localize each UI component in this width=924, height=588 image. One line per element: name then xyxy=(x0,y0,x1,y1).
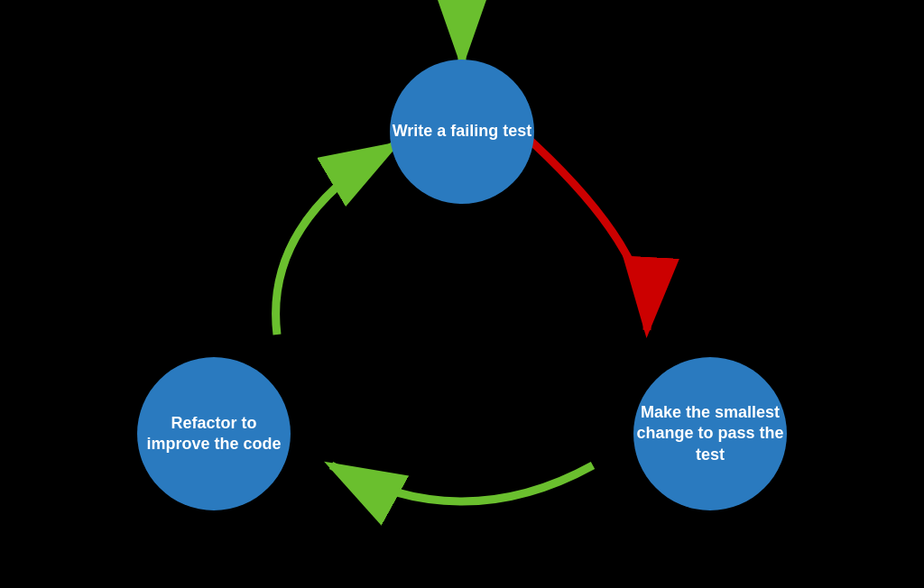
green-arrow-bottom xyxy=(331,465,593,501)
tdd-diagram: Write a failing test Make the smallest c… xyxy=(110,23,814,565)
write-failing-test-circle: Write a failing test xyxy=(390,60,534,204)
green-arrow-left xyxy=(276,145,394,335)
red-arrow xyxy=(521,132,647,330)
write-failing-test-label: Write a failing test xyxy=(393,121,532,142)
refactor-label: Refactor to improve the code xyxy=(137,413,291,455)
make-smallest-change-label: Make the smallest change to pass the tes… xyxy=(633,402,787,465)
make-smallest-change-circle: Make the smallest change to pass the tes… xyxy=(633,357,787,510)
refactor-circle: Refactor to improve the code xyxy=(137,357,291,510)
